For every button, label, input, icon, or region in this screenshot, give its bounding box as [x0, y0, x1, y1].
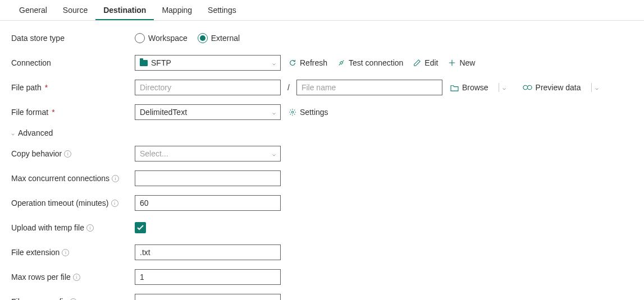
max-concurrent-input[interactable] — [140, 171, 276, 186]
browse-button[interactable]: Browse — [448, 82, 491, 93]
data-store-type-radio-group: Workspace External — [135, 33, 240, 43]
label-max-concurrent: Max concurrent connections — [11, 174, 135, 183]
tab-destination[interactable]: Destination — [95, 0, 154, 20]
tab-settings[interactable]: Settings — [200, 0, 244, 20]
plus-icon — [448, 59, 456, 67]
radio-workspace[interactable]: Workspace — [135, 33, 188, 43]
radio-external[interactable]: External — [198, 33, 240, 43]
preview-data-button[interactable]: Preview data — [520, 82, 583, 93]
connection-select[interactable]: SFTP ⌵ — [135, 55, 281, 71]
max-rows-input[interactable] — [140, 270, 276, 284]
browse-folder-icon — [450, 84, 459, 91]
label-file-path: File path* — [11, 83, 135, 92]
copy-behavior-select[interactable]: Select... ⌵ — [135, 146, 281, 161]
settings-gear-icon — [289, 108, 296, 116]
file-name-prefix-input[interactable] — [140, 294, 276, 300]
test-connection-button[interactable]: Test connection — [335, 57, 405, 68]
label-file-format: File format* — [11, 108, 135, 117]
refresh-icon — [289, 59, 296, 67]
file-format-select[interactable]: DelimitedText ⌵ — [135, 104, 281, 120]
upload-temp-file-checkbox[interactable] — [135, 222, 146, 233]
label-max-rows: Max rows per file — [11, 273, 135, 281]
chevron-down-icon: ⌵ — [272, 60, 276, 66]
edit-button[interactable]: Edit — [411, 57, 440, 68]
directory-input[interactable] — [140, 80, 276, 95]
path-slash: / — [287, 83, 290, 92]
preview-icon — [523, 84, 532, 91]
pencil-icon — [413, 59, 421, 67]
test-connection-icon — [337, 59, 345, 67]
tab-mapping[interactable]: Mapping — [154, 0, 200, 20]
label-file-name-prefix: File name prefix — [11, 297, 135, 300]
info-icon[interactable] — [73, 274, 80, 281]
label-connection: Connection — [11, 58, 135, 67]
chevron-down-icon: ⌵ — [11, 130, 15, 136]
info-icon[interactable] — [64, 150, 71, 158]
tab-general[interactable]: General — [11, 0, 55, 20]
advanced-toggle[interactable]: ⌵ Advanced — [11, 128, 633, 137]
chevron-down-icon: ⌵ — [272, 109, 276, 116]
filename-input-wrapper — [296, 80, 442, 95]
info-icon[interactable] — [112, 175, 119, 182]
operation-timeout-input[interactable] — [140, 196, 276, 210]
directory-input-wrapper — [135, 80, 281, 95]
settings-button[interactable]: Settings — [286, 107, 331, 118]
svg-point-0 — [523, 85, 528, 90]
tab-bar: General Source Destination Mapping Setti… — [0, 0, 644, 21]
chevron-down-icon: ⌵ — [272, 151, 276, 157]
info-icon[interactable] — [70, 298, 77, 301]
info-icon[interactable] — [62, 249, 69, 256]
label-copy-behavior: Copy behavior — [11, 149, 135, 158]
label-upload-temp-file: Upload with temp file — [11, 223, 135, 232]
svg-point-2 — [291, 111, 294, 113]
browse-dropdown[interactable]: ⌵ — [499, 83, 509, 92]
label-operation-timeout: Operation timeout (minutes) — [11, 199, 135, 207]
new-button[interactable]: New — [446, 57, 477, 68]
tab-source[interactable]: Source — [55, 0, 95, 20]
filename-input[interactable] — [302, 80, 437, 95]
label-file-extension: File extension — [11, 248, 135, 257]
info-icon[interactable] — [86, 224, 94, 232]
svg-point-1 — [527, 85, 532, 90]
folder-icon — [140, 60, 148, 66]
refresh-button[interactable]: Refresh — [286, 57, 330, 68]
label-data-store-type: Data store type — [11, 34, 135, 43]
file-extension-input[interactable] — [140, 245, 276, 260]
info-icon[interactable] — [111, 200, 118, 207]
preview-dropdown[interactable]: ⌵ — [591, 83, 602, 92]
